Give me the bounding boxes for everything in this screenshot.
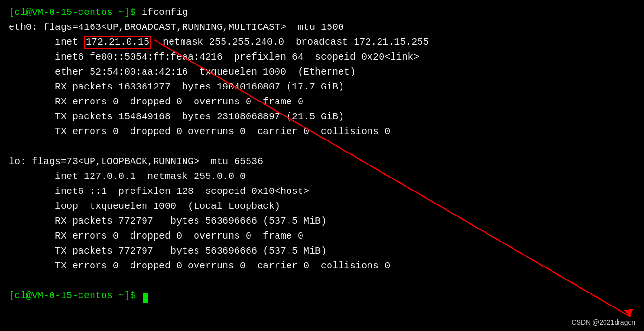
terminal-line-12: inet 127.0.0.1 netmask 255.0.0.0 — [9, 169, 635, 184]
terminal-line-7: RX errors 0 dropped 0 overruns 0 frame 0 — [9, 94, 635, 109]
cursor — [143, 293, 148, 303]
terminal-line-16: RX errors 0 dropped 0 overruns 0 frame 0 — [9, 229, 635, 243]
terminal-line-1: [cl@VM-0-15-centos ~]$ ifconfig — [9, 5, 635, 20]
terminal-line-10 — [9, 139, 635, 154]
terminal-line-17: TX packets 772797 bytes 563696666 (537.5… — [9, 243, 635, 258]
terminal-line-18: TX errors 0 dropped 0 overruns 0 carrier… — [9, 258, 635, 273]
ip-highlight: 172.21.0.15 — [84, 36, 151, 49]
watermark: CSDN @2021dragon — [571, 318, 635, 326]
terminal-line-8: TX packets 154849168 bytes 23108068897 (… — [9, 109, 635, 124]
prompt-final: [cl@VM-0-15-centos ~]$ — [9, 290, 136, 301]
terminal-line-9: TX errors 0 dropped 0 overruns 0 carrier… — [9, 124, 635, 139]
terminal-window: [cl@VM-0-15-centos ~]$ ifconfig eth0: fl… — [0, 0, 644, 308]
svg-marker-1 — [624, 309, 633, 317]
terminal-line-19 — [9, 273, 635, 288]
prompt-1: [cl@VM-0-15-centos ~]$ — [9, 7, 136, 18]
terminal-line-5: ether 52:54:00:aa:42:16 txqueuelen 1000 … — [9, 64, 635, 79]
terminal-line-6: RX packets 163361277 bytes 19040160807 (… — [9, 79, 635, 94]
terminal-final-prompt: [cl@VM-0-15-centos ~]$ — [9, 288, 635, 303]
terminal-line-4: inet6 fe80::5054:ff:feaa:4216 prefixlen … — [9, 50, 635, 64]
terminal-line-15: RX packets 772797 bytes 563696666 (537.5… — [9, 214, 635, 229]
terminal-line-11: lo: flags=73<UP,LOOPBACK,RUNNING> mtu 65… — [9, 154, 635, 169]
terminal-line-3: inet 172.21.0.15 netmask 255.255.240.0 b… — [9, 35, 635, 50]
terminal-line-2: eth0: flags=4163<UP,BROADCAST,RUNNING,MU… — [9, 20, 635, 35]
terminal-line-14: loop txqueuelen 1000 (Local Loopback) — [9, 199, 635, 214]
terminal-line-13: inet6 ::1 prefixlen 128 scopeid 0x10<hos… — [9, 184, 635, 199]
